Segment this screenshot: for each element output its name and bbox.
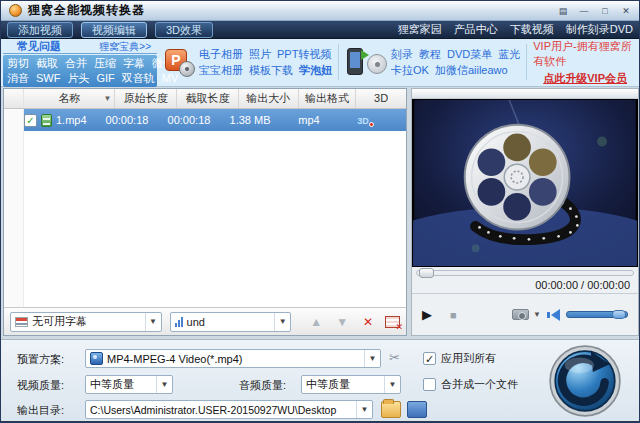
- phone-dvd-icon: [347, 48, 389, 78]
- quick-link[interactable]: 截取: [36, 56, 58, 71]
- audio-track-icon: [175, 317, 183, 327]
- table-row[interactable]: ✓ 1.mp4 00:00:18 00:00:18 1.38 MB mp4 3D: [24, 109, 406, 131]
- faq-title[interactable]: 常见问题: [17, 39, 61, 54]
- audio-track-select[interactable]: und ▼: [170, 312, 292, 332]
- video-preview[interactable]: [412, 99, 638, 267]
- quick-link[interactable]: 压缩: [94, 56, 116, 71]
- chevron-down-icon[interactable]: ▼: [364, 350, 380, 367]
- promo-link[interactable]: 卡拉OK: [391, 63, 429, 78]
- column-header-format[interactable]: 输出格式: [299, 89, 357, 108]
- subtitle-icon: [15, 317, 28, 327]
- chevron-down-icon[interactable]: ▼: [274, 313, 290, 331]
- promo-link[interactable]: DVD菜单: [447, 47, 492, 62]
- snapshot-camera-icon[interactable]: [512, 309, 529, 320]
- promo-link[interactable]: PPT转视频: [277, 47, 331, 62]
- preset-label: 预置方案:: [17, 352, 64, 367]
- delete-file-button[interactable]: ✕: [359, 315, 377, 329]
- chevron-down-icon[interactable]: ▼: [384, 376, 400, 393]
- output-dir-label: 输出目录:: [17, 403, 64, 418]
- quick-link[interactable]: GIF: [96, 71, 114, 86]
- promo-link[interactable]: 宝宝相册: [199, 63, 243, 78]
- output-size: 1.38 MB: [220, 114, 280, 126]
- open-folder-button[interactable]: [407, 401, 427, 418]
- link-burn-dvd[interactable]: 制作刻录DVD: [566, 22, 633, 37]
- promo-link[interactable]: 教程: [419, 47, 441, 62]
- column-header-3d[interactable]: 3D: [356, 89, 406, 108]
- list-body: ✓ 1.mp4 00:00:18 00:00:18 1.38 MB mp4 3D: [4, 109, 406, 307]
- preset-select[interactable]: MP4-MPEG-4 Video(*.mp4) ▼: [85, 349, 381, 368]
- promo-link[interactable]: 学泡妞: [299, 63, 332, 78]
- promo-link[interactable]: 刻录: [391, 47, 413, 62]
- output-dir-select[interactable]: C:\Users\Administrator.USER-20150927WU\D…: [85, 400, 373, 419]
- column-header-name[interactable]: 名称 ▼: [24, 89, 116, 108]
- quick-link[interactable]: 片头: [67, 71, 89, 86]
- sort-arrow-icon[interactable]: ▼: [104, 89, 112, 108]
- close-button[interactable]: ✕: [619, 4, 633, 18]
- output-format: mp4: [280, 114, 338, 126]
- output-dir-value: C:\Users\Administrator.USER-20150927WU\D…: [90, 404, 336, 416]
- vip-upgrade-link[interactable]: 点此升级VIP会员: [543, 71, 627, 86]
- playback-time: 00:00:00 / 00:00:00: [412, 279, 638, 293]
- column-header-size[interactable]: 输出大小: [239, 89, 299, 108]
- convert-button[interactable]: [549, 345, 621, 417]
- volume-handle[interactable]: [612, 310, 626, 319]
- column-header-orig[interactable]: 原始长度: [115, 89, 177, 108]
- seek-handle[interactable]: [419, 268, 434, 278]
- audio-quality-select[interactable]: 中等质量 ▼: [301, 375, 401, 394]
- stop-button[interactable]: ■: [450, 309, 474, 321]
- link-products[interactable]: 产品中心: [454, 22, 498, 37]
- tab-3d-effect[interactable]: 3D效果: [155, 22, 213, 38]
- seek-bar[interactable]: [412, 267, 638, 279]
- link-home[interactable]: 狸窝家园: [398, 22, 442, 37]
- skin-icon[interactable]: ▤: [556, 4, 570, 18]
- promo-link[interactable]: 模板下载: [249, 63, 293, 78]
- volume-slider[interactable]: [566, 311, 628, 318]
- snapshot-dropdown-icon[interactable]: ▼: [533, 310, 541, 319]
- promo-link[interactable]: 照片: [249, 47, 271, 62]
- tab-video-edit[interactable]: 视频编辑: [81, 22, 147, 38]
- quick-link[interactable]: 双音轨: [122, 71, 155, 86]
- volume-icon[interactable]: [551, 309, 560, 321]
- quick-links-box: 剪切 截取 合并 压缩 字幕 微信 消音 SWF 片头 GIF 双音轨 MV: [3, 55, 157, 87]
- maximize-button[interactable]: □: [598, 4, 612, 18]
- minimize-button[interactable]: —: [577, 4, 591, 18]
- quick-link[interactable]: 字幕: [123, 56, 145, 71]
- nav-bar: 添加视频 视频编辑 3D效果 狸窝家园 产品中心 下载视频 制作刻录DVD: [1, 21, 639, 39]
- browse-folder-button[interactable]: [381, 401, 401, 418]
- chevron-down-icon[interactable]: ▼: [356, 401, 372, 418]
- row-checkbox[interactable]: ✓: [24, 114, 37, 127]
- move-down-button[interactable]: ▼: [333, 315, 351, 329]
- audio-track-value: und: [187, 316, 205, 328]
- chevron-down-icon[interactable]: ▼: [156, 376, 172, 393]
- promo-link[interactable]: 蓝光: [498, 47, 520, 62]
- clear-list-button[interactable]: [385, 316, 400, 328]
- nav-links: 狸窝家园 产品中心 下载视频 制作刻录DVD: [398, 22, 633, 37]
- apply-all-checkbox[interactable]: ✓ 应用到所有: [423, 351, 496, 366]
- quick-link[interactable]: SWF: [36, 71, 60, 86]
- audio-quality-value: 中等质量: [306, 377, 350, 392]
- move-up-button[interactable]: ▲: [307, 315, 325, 329]
- quick-link[interactable]: 消音: [7, 71, 29, 86]
- merge-checkbox[interactable]: 合并成一个文件: [423, 377, 518, 392]
- checkbox-unchecked[interactable]: [423, 378, 436, 391]
- 3d-badge-icon[interactable]: 3D: [357, 116, 369, 126]
- play-button[interactable]: ▶: [422, 307, 446, 322]
- edit-preset-icon[interactable]: ✂: [389, 350, 400, 365]
- main-area: 名称 ▼ 原始长度 截取长度 输出大小 输出格式 3D ✓ 1.mp4 00:0: [1, 87, 639, 339]
- checkbox-checked[interactable]: ✓: [423, 352, 436, 365]
- chevron-down-icon[interactable]: ▼: [145, 313, 161, 331]
- tab-add-video[interactable]: 添加视频: [7, 22, 73, 38]
- subtitle-value: 无可用字幕: [32, 314, 87, 329]
- faq-section: 常见问题 狸窝宝典>> 剪切 截取 合并 压缩 字幕 微信 消音 SWF 片头 …: [3, 40, 157, 84]
- link-download-video[interactable]: 下载视频: [510, 22, 554, 37]
- vip-section: VIP用户-拥有狸窝所有软件 点此升级VIP会员: [533, 40, 637, 84]
- titlebar: 狸窝全能视频转换器 ▤ — □ ✕: [1, 1, 639, 21]
- promo-link[interactable]: 加微信aiileawo: [435, 63, 508, 78]
- promo-link[interactable]: 电子相册: [199, 47, 243, 62]
- column-header-trim[interactable]: 截取长度: [177, 89, 239, 108]
- quick-link[interactable]: 合并: [65, 56, 87, 71]
- baodian-link[interactable]: 狸窝宝典>>: [99, 40, 151, 54]
- video-quality-select[interactable]: 中等质量 ▼: [85, 375, 173, 394]
- quick-link[interactable]: 剪切: [7, 56, 29, 71]
- subtitle-select[interactable]: 无可用字幕 ▼: [10, 312, 162, 332]
